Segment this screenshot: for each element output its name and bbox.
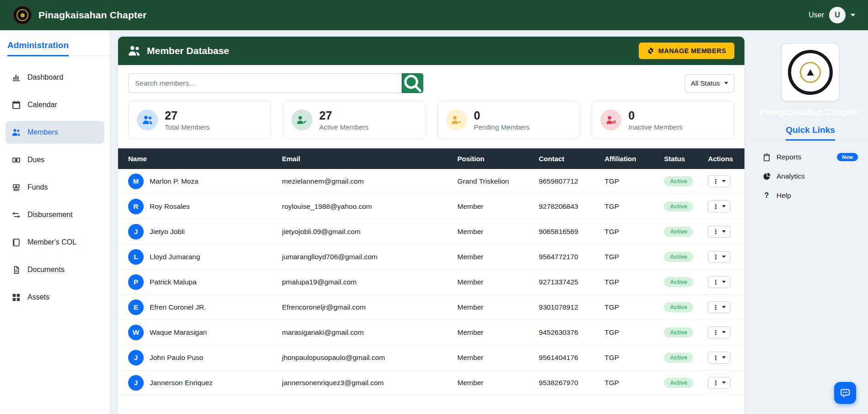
people-icon xyxy=(12,128,21,137)
chevron-down-icon xyxy=(722,205,726,207)
status-badge: Active xyxy=(664,227,693,237)
bar-chart-icon xyxy=(12,73,21,82)
main-content: Member Database MANAGE MEMBERS All Statu… xyxy=(110,30,753,414)
row-actions-button[interactable]: ⋮ xyxy=(708,276,730,288)
member-affiliation: TGP xyxy=(597,320,657,345)
chevron-down-icon xyxy=(722,381,726,384)
question-icon: ? xyxy=(763,191,771,200)
manage-members-button[interactable]: MANAGE MEMBERS xyxy=(639,43,734,59)
member-name: Marlon P. Moza xyxy=(150,177,199,185)
person-dash-icon xyxy=(446,109,467,131)
gear-icon xyxy=(647,47,654,54)
stat-value: 0 xyxy=(474,109,530,122)
row-actions-button[interactable]: ⋮ xyxy=(708,175,730,187)
quick-link-analytics[interactable]: Analytics xyxy=(760,167,861,186)
sidebar-item-disbursement[interactable]: Disbursement xyxy=(5,203,104,226)
stat-inactive-members: 0 Inactive Members xyxy=(592,101,734,139)
search-button[interactable] xyxy=(402,73,423,93)
member-affiliation: TGP xyxy=(597,294,657,320)
member-position: Member xyxy=(450,320,532,345)
table-row: L Lloyd Jumarang jumaranglloyd706@gmail.… xyxy=(118,244,744,269)
sidebar-item-calendar[interactable]: Calendar xyxy=(5,93,104,116)
member-name: Jietyo Jobli xyxy=(150,228,185,236)
member-email: Efrencoroneljr@gmail.com xyxy=(275,294,450,320)
member-name: Jannerson Enriquez xyxy=(150,379,213,387)
sidebar-item-dashboard[interactable]: Dashboard xyxy=(5,66,104,89)
row-actions-button[interactable]: ⋮ xyxy=(708,201,730,212)
stat-label: Pending Members xyxy=(474,123,530,131)
table-row: J John Paulo Puso jhonpaulopusopaulo@gma… xyxy=(118,345,744,370)
chevron-down-icon xyxy=(722,230,726,233)
member-name: Waque Marasigan xyxy=(150,328,207,337)
top-navbar: Pinagkaisahan Chapter User U xyxy=(0,0,868,30)
table-row: W Waque Marasigan marasiganaki@gmail.com… xyxy=(118,320,744,345)
member-name: Efren Coronel JR. xyxy=(150,303,206,311)
table-row: P Patrick Malupa pmalupa19@gmail.com Mem… xyxy=(118,269,744,294)
member-affiliation: TGP xyxy=(597,169,657,194)
chapter-logo-card xyxy=(782,44,839,101)
column-status: Status xyxy=(657,148,701,169)
kebab-icon: ⋮ xyxy=(712,380,719,386)
member-position: Member xyxy=(450,370,532,395)
sidebar-item-members[interactable]: Members xyxy=(5,121,104,144)
row-actions-button[interactable]: ⋮ xyxy=(708,377,730,389)
chevron-down-icon xyxy=(851,14,855,16)
avatar: P xyxy=(128,274,144,290)
sidebar-nav: Dashboard Calendar Members Dues Funds Di… xyxy=(0,56,110,319)
row-actions-button[interactable]: ⋮ xyxy=(708,301,730,313)
column-actions: Actions xyxy=(701,148,744,169)
chevron-down-icon xyxy=(724,82,728,84)
table-header: Name Email Position Contact Affiliation … xyxy=(118,148,744,169)
member-table-body: M Marlon P. Moza mezielannem@gmail.com G… xyxy=(118,169,744,396)
user-menu[interactable]: User U xyxy=(809,7,855,23)
sidebar-item-members-col[interactable]: Member's COL xyxy=(5,231,104,254)
stat-label: Inactive Members xyxy=(628,123,682,131)
table-row: E Efren Coronel JR. Efrencoroneljr@gmail… xyxy=(118,294,744,320)
sidebar-item-assets[interactable]: Assets xyxy=(5,286,104,309)
sidebar-item-funds[interactable]: Funds xyxy=(5,176,104,199)
member-contact: 9564772170 xyxy=(532,244,598,269)
chat-icon xyxy=(840,388,850,398)
chapter-name: Pinagkaisahan Chapter xyxy=(753,107,860,118)
member-affiliation: TGP xyxy=(597,269,657,294)
row-actions-button[interactable]: ⋮ xyxy=(708,226,730,238)
people-icon xyxy=(128,45,140,57)
chat-button[interactable] xyxy=(834,382,856,404)
member-contact: 9452630376 xyxy=(532,320,598,345)
member-email: jannersonenriquez3@gmail.com xyxy=(275,370,450,395)
row-actions-button[interactable]: ⋮ xyxy=(708,352,730,364)
member-contact: 9538267970 xyxy=(532,370,598,395)
table-row: M Marlon P. Moza mezielannem@gmail.com G… xyxy=(118,169,744,194)
kebab-icon: ⋮ xyxy=(712,329,719,336)
clipboard-icon xyxy=(763,153,771,161)
table-row: R Roy Rosales roylouise_1988@yahoo.com M… xyxy=(118,194,744,219)
quick-link-help[interactable]: ? Help xyxy=(760,186,861,205)
member-email: jhonpaulopusopaulo@gmail.com xyxy=(275,345,450,370)
quick-link-reports[interactable]: Reports New xyxy=(760,147,861,167)
stat-value: 0 xyxy=(628,109,682,122)
quick-links-list: Reports New Analytics ? Help xyxy=(753,140,868,205)
member-table: Name Email Position Contact Affiliation … xyxy=(118,148,744,396)
people-icon xyxy=(137,109,158,131)
status-badge: Active xyxy=(664,252,693,262)
member-contact: 9271337425 xyxy=(532,269,598,294)
row-actions-button[interactable]: ⋮ xyxy=(708,327,730,338)
avatar: E xyxy=(128,300,144,315)
sidebar-item-dues[interactable]: Dues xyxy=(5,148,104,171)
stats-row: 27 Total Members 27 Active Members xyxy=(118,99,744,148)
column-email: Email xyxy=(275,148,450,169)
row-actions-button[interactable]: ⋮ xyxy=(708,251,730,263)
arrows-left-right-icon xyxy=(12,211,21,219)
sidebar-item-documents[interactable]: Documents xyxy=(5,258,104,281)
status-badge: Active xyxy=(664,327,693,338)
avatar: W xyxy=(128,325,144,340)
member-database-header: Member Database MANAGE MEMBERS xyxy=(118,37,744,65)
kebab-icon: ⋮ xyxy=(712,304,719,310)
search-input[interactable] xyxy=(128,73,402,93)
status-badge: Active xyxy=(664,277,693,287)
quick-links-heading: Quick Links xyxy=(753,125,868,140)
file-text-icon xyxy=(12,266,21,274)
status-filter-select[interactable]: All Status xyxy=(685,74,734,93)
chapter-seal-icon xyxy=(13,5,32,25)
member-name: Roy Rosales xyxy=(150,202,190,211)
